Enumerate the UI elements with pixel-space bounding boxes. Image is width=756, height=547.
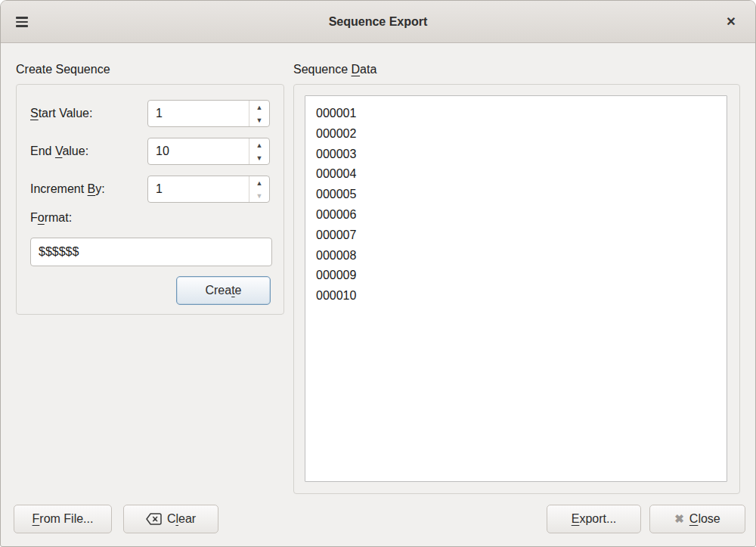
end-value-spinbox[interactable]: 10 ▲ ▼ bbox=[147, 138, 270, 165]
sequence-data-frame: 0000010000020000030000040000050000060000… bbox=[293, 84, 740, 494]
start-value-spin-down-icon[interactable]: ▼ bbox=[249, 113, 269, 126]
create-sequence-group-label: Create Sequence bbox=[16, 63, 110, 76]
sequence-item[interactable]: 000002 bbox=[305, 124, 727, 145]
sequence-item[interactable]: 000001 bbox=[305, 104, 727, 124]
sequence-data-group-label: Sequence Data bbox=[293, 63, 376, 76]
sequence-data-list[interactable]: 0000010000020000030000040000050000060000… bbox=[305, 95, 727, 482]
from-file-button[interactable]: From File... bbox=[14, 505, 112, 533]
sequence-item[interactable]: 000010 bbox=[305, 286, 727, 306]
increment-by-label: Increment By: bbox=[30, 176, 105, 203]
export-button[interactable]: Export... bbox=[547, 505, 641, 533]
start-value-label: Start Value: bbox=[30, 100, 92, 127]
end-value-label: End Value: bbox=[30, 138, 88, 165]
clear-backspace-icon bbox=[146, 513, 162, 525]
window-close-icon[interactable]: ✕ bbox=[722, 1, 740, 43]
titlebar: Sequence Export ✕ bbox=[1, 1, 755, 43]
close-x-icon: ✖ bbox=[674, 512, 684, 526]
sequence-item[interactable]: 000003 bbox=[305, 145, 727, 165]
close-button[interactable]: ✖ Close bbox=[649, 505, 745, 533]
start-value-spin-up-icon[interactable]: ▲ bbox=[249, 101, 269, 113]
start-value-input[interactable]: 1 bbox=[148, 101, 249, 126]
sequence-item[interactable]: 000007 bbox=[305, 225, 727, 246]
increment-by-spin-up-icon[interactable]: ▲ bbox=[249, 176, 269, 189]
sequence-item[interactable]: 000004 bbox=[305, 164, 727, 185]
sequence-item[interactable]: 000008 bbox=[305, 246, 727, 266]
increment-by-spin-down-icon[interactable]: ▼ bbox=[249, 189, 269, 202]
start-value-spinbox[interactable]: 1 ▲ ▼ bbox=[147, 100, 270, 127]
increment-by-spinbox[interactable]: 1 ▲ ▼ bbox=[147, 176, 270, 203]
sequence-item[interactable]: 000006 bbox=[305, 205, 727, 225]
format-input[interactable]: $$$$$$ bbox=[30, 238, 272, 266]
increment-by-input[interactable]: 1 bbox=[148, 176, 249, 202]
clear-button[interactable]: Clear bbox=[123, 505, 218, 533]
create-sequence-frame: Start Value: 1 ▲ ▼ End Value: 10 ▲ ▼ Inc… bbox=[16, 84, 284, 315]
sequence-item[interactable]: 000005 bbox=[305, 185, 727, 205]
window-title: Sequence Export bbox=[1, 1, 755, 43]
end-value-spin-down-icon[interactable]: ▼ bbox=[249, 151, 269, 164]
end-value-input[interactable]: 10 bbox=[148, 138, 249, 164]
format-label: Format: bbox=[30, 204, 72, 232]
sequence-item[interactable]: 000009 bbox=[305, 266, 727, 286]
end-value-spin-up-icon[interactable]: ▲ bbox=[249, 138, 269, 151]
sequence-export-dialog: Sequence Export ✕ Create Sequence Start … bbox=[0, 0, 756, 547]
create-button[interactable]: Create bbox=[176, 276, 271, 305]
